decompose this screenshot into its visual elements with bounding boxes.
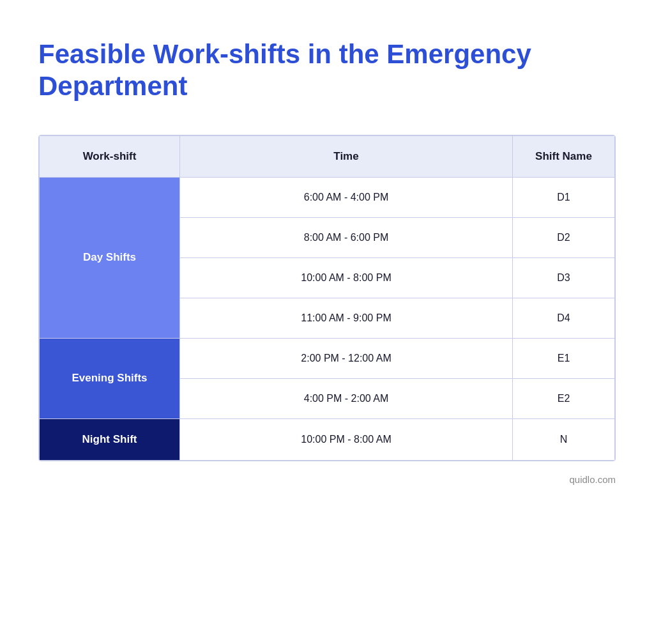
time-cell: 11:00 AM - 9:00 PM <box>180 298 513 338</box>
table-header-row: Work-shift Time Shift Name <box>40 135 615 177</box>
col-header-shiftname: Shift Name <box>513 135 615 177</box>
shift-name-cell: D1 <box>513 177 615 217</box>
night-shift-category: Night Shift <box>40 418 180 460</box>
shifts-table: Work-shift Time Shift Name Day Shifts 6:… <box>39 135 615 461</box>
time-cell: 6:00 AM - 4:00 PM <box>180 177 513 217</box>
page-title: Feasible Work-shifts in the Emergency De… <box>38 38 531 103</box>
time-cell: 8:00 AM - 6:00 PM <box>180 217 513 257</box>
table-row: Day Shifts 6:00 AM - 4:00 PM D1 <box>40 177 615 217</box>
table-row: Evening Shifts 2:00 PM - 12:00 AM E1 <box>40 338 615 378</box>
shift-name-cell: D4 <box>513 298 615 338</box>
time-cell: 2:00 PM - 12:00 AM <box>180 338 513 378</box>
main-table-wrapper: Work-shift Time Shift Name Day Shifts 6:… <box>38 135 616 461</box>
footer-text: quidlo.com <box>569 474 616 485</box>
time-cell: 10:00 PM - 8:00 AM <box>180 418 513 460</box>
time-cell: 10:00 AM - 8:00 PM <box>180 257 513 298</box>
shift-name-cell: N <box>513 418 615 460</box>
evening-shifts-category: Evening Shifts <box>40 338 180 418</box>
shift-name-cell: D2 <box>513 217 615 257</box>
table-row: Night Shift 10:00 PM - 8:00 AM N <box>40 418 615 460</box>
shift-name-cell: D3 <box>513 257 615 298</box>
col-header-time: Time <box>180 135 513 177</box>
shift-name-cell: E2 <box>513 378 615 418</box>
shift-name-cell: E1 <box>513 338 615 378</box>
col-header-workshift: Work-shift <box>40 135 180 177</box>
time-cell: 4:00 PM - 2:00 AM <box>180 378 513 418</box>
day-shifts-category: Day Shifts <box>40 177 180 338</box>
